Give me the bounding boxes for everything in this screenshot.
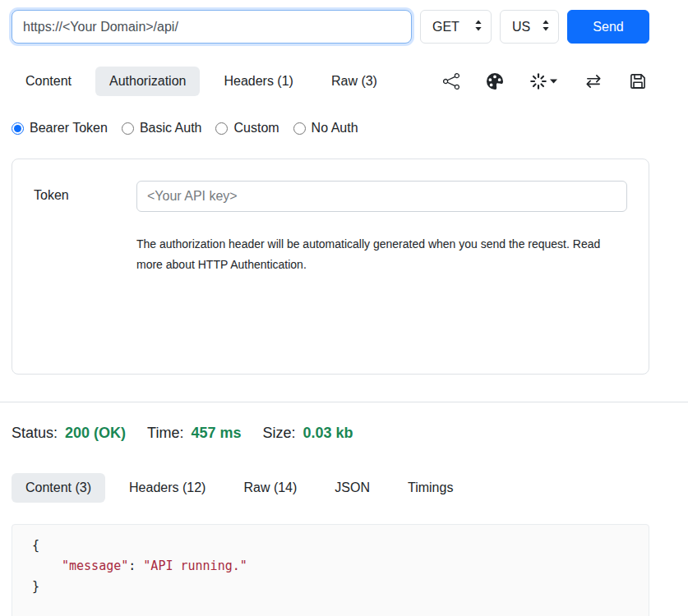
response-tab-headers[interactable]: Headers (12)	[115, 473, 219, 503]
radio-label: Bearer Token	[30, 121, 108, 136]
json-value: "API running."	[143, 559, 247, 573]
json-separator: :	[128, 559, 143, 573]
swap-arrows-icon[interactable]	[584, 74, 603, 89]
response-tab-raw[interactable]: Raw (14)	[229, 473, 311, 503]
time-label: Time:	[147, 425, 183, 442]
request-bar: GET US Send	[12, 10, 649, 44]
url-input[interactable]	[12, 10, 412, 44]
region-value: US	[512, 20, 530, 34]
status-label: Status:	[12, 425, 58, 442]
auth-option-no-auth[interactable]: No Auth	[293, 121, 358, 136]
auth-option-basic-auth[interactable]: Basic Auth	[122, 121, 202, 136]
tab-authorization[interactable]: Authorization	[95, 67, 200, 96]
auth-help-text: The authorization header will be automat…	[136, 234, 620, 275]
auth-options: Bearer Token Basic Auth Custom No Auth	[12, 121, 649, 136]
auth-option-bearer-token[interactable]: Bearer Token	[12, 121, 108, 136]
http-authentication-link[interactable]: HTTP Authentication	[198, 258, 303, 271]
caret-down-icon	[550, 79, 557, 84]
palette-icon[interactable]	[487, 73, 503, 90]
size-value: 0.03 kb	[303, 425, 353, 442]
select-arrows-icon	[542, 20, 550, 34]
json-key: "message"	[62, 559, 128, 573]
method-select[interactable]: GET	[420, 10, 492, 44]
token-label: Token	[34, 181, 136, 275]
status-bar: Status: 200 (OK) Time: 457 ms Size: 0.03…	[12, 425, 649, 442]
section-divider	[0, 402, 688, 402]
help-text: .	[303, 258, 307, 271]
region-select[interactable]: US	[500, 10, 559, 44]
magic-wand-dropdown[interactable]	[530, 73, 557, 90]
custom-radio[interactable]	[215, 122, 228, 135]
basic-auth-radio[interactable]	[122, 122, 134, 135]
json-brace: }	[32, 579, 39, 594]
json-brace: {	[32, 538, 39, 553]
response-body: { "message": "API running." }	[12, 524, 649, 616]
status-value: 200 (OK)	[65, 425, 126, 442]
token-input[interactable]	[136, 181, 627, 212]
time-value: 457 ms	[191, 425, 241, 442]
response-tab-json[interactable]: JSON	[321, 473, 384, 503]
response-tab-content[interactable]: Content (3)	[12, 473, 105, 503]
tab-raw[interactable]: Raw (3)	[317, 67, 391, 96]
api-client-app: GET US Send Content Authorization Header…	[0, 0, 688, 616]
send-button[interactable]: Send	[567, 10, 649, 44]
auth-option-custom[interactable]: Custom	[215, 121, 279, 136]
bearer-token-radio[interactable]	[12, 122, 24, 135]
token-panel: Token The authorization header will be a…	[12, 159, 649, 375]
radio-label: Basic Auth	[140, 121, 202, 136]
request-toolbar	[443, 73, 649, 90]
json-line: }	[32, 577, 629, 597]
response-tab-timings[interactable]: Timings	[394, 473, 467, 503]
save-icon[interactable]	[630, 73, 646, 90]
response-tabs: Content (3) Headers (12) Raw (14) JSON T…	[12, 473, 649, 503]
json-line: {	[32, 536, 629, 556]
method-value: GET	[432, 20, 459, 34]
radio-label: No Auth	[312, 121, 358, 136]
share-icon[interactable]	[443, 73, 459, 90]
size-label: Size:	[262, 425, 295, 442]
json-line: "message": "API running."	[32, 556, 629, 577]
request-tabs-row: Content Authorization Headers (1) Raw (3…	[12, 67, 649, 96]
select-arrows-icon	[474, 20, 483, 34]
tab-content[interactable]: Content	[12, 67, 85, 96]
no-auth-radio[interactable]	[293, 122, 306, 135]
request-tabs: Content Authorization Headers (1) Raw (3…	[12, 67, 391, 96]
tab-headers[interactable]: Headers (1)	[210, 67, 307, 96]
radio-label: Custom	[233, 121, 279, 136]
magic-wand-icon	[530, 73, 547, 90]
